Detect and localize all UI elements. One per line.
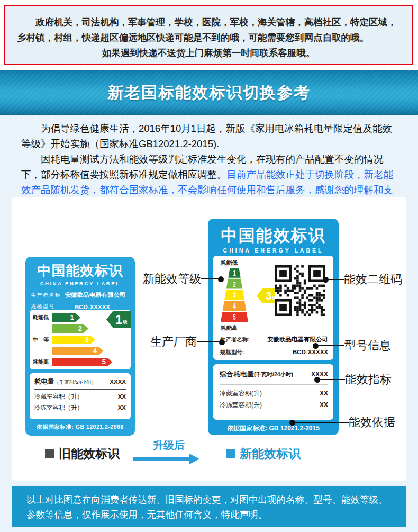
new-spec-row-freezer: 冷冻室容积(升) XX xyxy=(220,401,328,412)
upgrade-arrow: 升级后 xyxy=(133,438,204,464)
producer-label: 生产者名称 xyxy=(31,292,61,300)
caption-square-new xyxy=(226,449,235,458)
bar-side-label: 耗能低 xyxy=(33,314,52,321)
svg-text:2: 2 xyxy=(233,280,235,288)
right-arrow-icon xyxy=(133,454,204,464)
notice-line-2: 乡村镇，村组，快递超区偏远地区快递可能是不到的哦，可能需要您到网点自取的哦。 xyxy=(17,30,400,46)
caption-old-label: 旧能效标识 xyxy=(45,446,120,462)
callout-line xyxy=(295,422,349,423)
old-label-spec-panel: 耗电量（千瓦时/24小时） XXXX 冷藏室容积（升） XX 冷冻室容积（升） … xyxy=(30,373,131,419)
callout-dot xyxy=(289,420,295,426)
new-label-spec-panel: 综合耗电量(千瓦时/24小时) XXXX 冷藏室容积(升) XX 冷冻室容积(升… xyxy=(213,364,333,420)
callout-dot xyxy=(313,343,319,349)
old-label-title: 中国能效标识 xyxy=(25,262,135,280)
annotation-model: 型号信息 xyxy=(313,339,391,352)
annotation-qr: 能效二维码 xyxy=(323,273,402,286)
bar-number: 5 xyxy=(102,358,106,366)
spec-row-freezer: 冷冻室容积（升） XX xyxy=(34,404,126,415)
notice-line-1: 政府机关，司法机构，军事管理，学校，医院，军校，海关管辖，高档社区，特定区域， xyxy=(17,15,400,30)
producer-value: 安徽欧品电器有限公司 xyxy=(61,291,130,300)
caption-square-old xyxy=(45,449,54,458)
callout-dot xyxy=(219,339,225,345)
grade-bar-3: 3 xyxy=(52,336,95,344)
callout-line xyxy=(319,345,344,346)
grade-bar-row-5: 耗能高 5 xyxy=(33,358,128,366)
spec-power-unit: （千瓦时/24小时） xyxy=(54,379,97,385)
grade-bar-row-4: 4 xyxy=(33,347,128,355)
callout-dot xyxy=(323,277,329,283)
pyramid-high-label: 耗能高 xyxy=(221,324,238,332)
new-spec-freezer-value: XX xyxy=(320,401,328,409)
callout-dot xyxy=(218,276,224,282)
old-energy-label: 中国能效标识 CHINA ENERGY LABEL 生产者名称 安徽欧品电器有限… xyxy=(25,257,135,436)
spec-fridge-label: 冷藏室容积（升） xyxy=(34,393,83,401)
grade-bar-4: 4 xyxy=(52,347,103,355)
pyramid-low-label: 耗能低 xyxy=(221,259,238,267)
annotation-index: 能效指标 xyxy=(314,373,392,386)
callout-dot xyxy=(314,377,320,383)
grade-bar-row-3: 中 等 3 xyxy=(33,336,128,344)
delivery-notice-box: 政府机关，司法机构，军事管理，学校，医院，军校，海关管辖，高档社区，特定区域， … xyxy=(4,5,413,65)
spec-freezer-label: 冷冻室容积（升） xyxy=(34,404,83,412)
caption-new-label: 新能效标识 xyxy=(226,446,301,462)
new-producer-row: 生产者名称: 安徽欧品电器有限公司 xyxy=(220,336,328,344)
callout-line xyxy=(329,279,344,280)
grade-bar-1: 1 xyxy=(52,313,80,322)
annotation-producer: 生产厂商 xyxy=(150,336,225,348)
bar-number: 4 xyxy=(93,347,97,355)
bar-number: 3 xyxy=(85,336,89,344)
new-model-label: 规格型号: xyxy=(220,349,244,356)
intro-paragraph-1: 为倡导绿色健康生活，2016年10月1日起，新版《家用电冰箱耗电量限定值及能效等… xyxy=(21,121,398,151)
disclaimer-line-1: 以上对比图意在向消费者传达新、旧国标的变更，对图中出现的名称、型号、能效等级、 xyxy=(26,492,392,507)
svg-text:4: 4 xyxy=(233,302,235,310)
spec-row-fridge: 冷藏室容积（升） XX xyxy=(34,393,126,404)
spec-fridge-value: XX xyxy=(118,393,126,400)
new-spec-fridge-label: 冷藏室容积(升) xyxy=(220,389,262,398)
spec-divider xyxy=(220,384,328,385)
new-energy-label: 中国能效标识 CHINA ENERGY LABEL 耗能低 1 2 3 4 5 … xyxy=(208,219,339,435)
notice-line-3: 如果遇到快递不送货上门麻烦第一时间联系客服哦。 xyxy=(17,46,400,61)
new-grade-number: 3 xyxy=(266,290,271,302)
new-spec-row-fridge: 冷藏室容积(升) XX xyxy=(220,389,328,401)
old-label-subtitle: CHINA ENERGY LABEL xyxy=(25,281,135,286)
new-model-row: 规格型号: BCD-XXXXX xyxy=(220,349,328,356)
spec-row-power: 耗电量（千瓦时/24小时） XXXX xyxy=(34,377,126,390)
annotation-basis: 能效依据 xyxy=(289,416,395,429)
energy-pyramid: 1 2 3 4 5 xyxy=(221,268,248,322)
callout-line xyxy=(197,341,219,342)
spec-power-value: XXXX xyxy=(110,378,126,385)
callout-line xyxy=(320,379,345,380)
new-spec-freezer-label: 冷冻室容积(升) xyxy=(220,401,262,410)
new-spec-fridge-value: XX xyxy=(320,390,328,397)
old-label-grade-panel: 耗能低 1 2 中 等 3 4 耗能高 5 xyxy=(30,310,131,369)
old-grade-unit: 级 xyxy=(123,319,127,325)
old-label-standard: 依据国家标准: GB 12021.2-2008 xyxy=(25,423,135,431)
callout-line xyxy=(201,278,218,279)
grade-bar-5: 5 xyxy=(52,358,112,366)
page: 政府机关，司法机构，军事管理，学校，医院，军校，海关管辖，高档社区，特定区域， … xyxy=(0,0,418,532)
svg-text:1: 1 xyxy=(233,269,235,277)
banner-title: 新老国标能效标识切换参考 xyxy=(107,82,311,104)
disclaimer-line-2: 参数等信息，仅作展示使用，无其他任何含义，特此声明。 xyxy=(26,507,392,522)
annotation-new-grade: 新能效等级 xyxy=(143,273,224,285)
old-label-producer-row: 生产者名称 安徽欧品电器有限公司 xyxy=(31,289,130,300)
new-spec-power-unit: (千瓦时/24小时) xyxy=(254,371,293,377)
new-label-subtitle: CHINA ENERGY LABEL xyxy=(208,247,339,254)
label-comparison-card: 中国能效标识 CHINA ENERGY LABEL 生产者名称 安徽欧品电器有限… xyxy=(12,197,406,481)
bar-side-label: 中 等 xyxy=(33,336,52,344)
disclaimer-footer: 以上对比图意在向消费者传达新、旧国标的变更，对图中出现的名称、型号、能效等级、 … xyxy=(12,486,406,527)
new-spec-power-label: 综合耗电量 xyxy=(220,370,254,378)
old-label-fields: 生产者名称 安徽欧品电器有限公司 规格型号 BCD-XXXXX xyxy=(31,289,130,311)
upgrade-arrow-text: 升级后 xyxy=(133,438,204,453)
spec-freezer-value: XX xyxy=(118,404,126,411)
section-banner: 新老国标能效标识切换参考 xyxy=(0,70,418,115)
new-label-title: 中国能效标识 xyxy=(208,224,339,247)
svg-text:5: 5 xyxy=(233,313,235,321)
qr-code xyxy=(275,265,325,316)
new-spec-row-power: 综合耗电量(千瓦时/24小时) XXXX xyxy=(220,369,328,381)
bar-number: 2 xyxy=(78,324,82,333)
spec-power-label: 耗电量 xyxy=(34,378,54,385)
svg-text:3: 3 xyxy=(233,291,235,299)
grade-bar-2: 2 xyxy=(52,324,88,333)
old-grade-number: 1 xyxy=(115,312,122,327)
